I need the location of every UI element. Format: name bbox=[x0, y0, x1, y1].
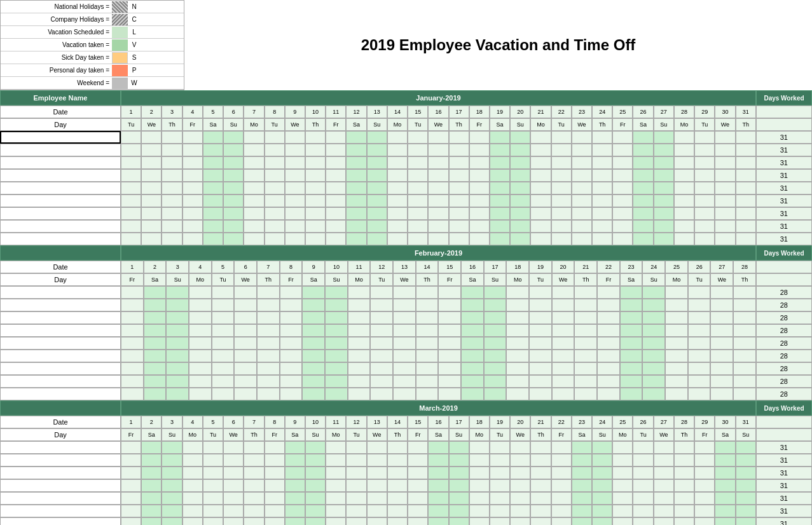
entry-1-7-1[interactable] bbox=[121, 375, 144, 388]
entry-0-2-12[interactable] bbox=[346, 156, 366, 169]
entry-0-4-10[interactable] bbox=[305, 182, 326, 194]
entry-2-3-7[interactable] bbox=[244, 479, 264, 492]
entry-2-2-3[interactable] bbox=[162, 467, 182, 479]
entry-2-0-14[interactable] bbox=[387, 441, 408, 454]
entry-2-5-18[interactable] bbox=[469, 505, 490, 517]
entry-1-1-23[interactable] bbox=[620, 299, 643, 311]
entry-1-0-6[interactable] bbox=[234, 286, 257, 299]
entry-2-6-7[interactable] bbox=[244, 517, 264, 525]
entry-0-6-18[interactable] bbox=[469, 207, 490, 220]
entry-2-5-16[interactable] bbox=[428, 505, 448, 517]
entry-2-3-10[interactable] bbox=[305, 479, 326, 492]
entry-2-0-11[interactable] bbox=[326, 441, 346, 454]
entry-0-3-3[interactable] bbox=[162, 169, 182, 182]
entry-1-5-25[interactable] bbox=[665, 350, 688, 362]
entry-0-1-4[interactable] bbox=[182, 144, 203, 156]
entry-2-4-3[interactable] bbox=[162, 492, 182, 505]
entry-2-2-21[interactable] bbox=[530, 467, 551, 479]
entry-1-1-20[interactable] bbox=[552, 299, 575, 311]
entry-0-0-24[interactable] bbox=[592, 131, 612, 144]
entry-0-1-25[interactable] bbox=[612, 144, 633, 156]
entry-1-5-9[interactable] bbox=[302, 350, 325, 362]
entry-2-3-5[interactable] bbox=[203, 479, 223, 492]
entry-1-2-9[interactable] bbox=[302, 311, 325, 324]
entry-0-3-29[interactable] bbox=[694, 169, 715, 182]
entry-0-0-5[interactable] bbox=[203, 131, 223, 144]
entry-2-5-30[interactable] bbox=[715, 505, 735, 517]
entry-2-6-10[interactable] bbox=[305, 517, 326, 525]
entry-2-2-2[interactable] bbox=[141, 467, 162, 479]
entry-1-3-6[interactable] bbox=[234, 324, 257, 337]
entry-1-7-4[interactable] bbox=[189, 375, 212, 388]
entry-2-2-13[interactable] bbox=[367, 467, 387, 479]
entry-2-6-30[interactable] bbox=[715, 517, 735, 525]
entry-0-2-22[interactable] bbox=[551, 156, 572, 169]
entry-2-3-11[interactable] bbox=[326, 479, 346, 492]
entry-0-6-24[interactable] bbox=[592, 207, 612, 220]
entry-0-7-20[interactable] bbox=[510, 220, 530, 233]
entry-2-0-6[interactable] bbox=[223, 441, 244, 454]
entry-2-4-31[interactable] bbox=[736, 492, 756, 505]
entry-0-1-21[interactable] bbox=[530, 144, 551, 156]
entry-0-7-9[interactable] bbox=[285, 220, 305, 233]
entry-2-5-13[interactable] bbox=[367, 505, 387, 517]
entry-1-6-13[interactable] bbox=[393, 362, 416, 375]
entry-1-5-21[interactable] bbox=[574, 350, 597, 362]
entry-0-3-24[interactable] bbox=[592, 169, 612, 182]
entry-0-0-2[interactable] bbox=[141, 131, 162, 144]
entry-0-7-13[interactable] bbox=[367, 220, 387, 233]
entry-0-0-6[interactable] bbox=[223, 131, 244, 144]
entry-1-2-24[interactable] bbox=[642, 311, 665, 324]
entry-2-2-19[interactable] bbox=[490, 467, 510, 479]
entry-1-2-8[interactable] bbox=[280, 311, 303, 324]
entry-2-4-9[interactable] bbox=[285, 492, 305, 505]
entry-1-0-10[interactable] bbox=[325, 286, 348, 299]
entry-0-3-7[interactable] bbox=[244, 169, 264, 182]
entry-0-8-28[interactable] bbox=[674, 233, 694, 245]
entry-1-1-24[interactable] bbox=[642, 299, 665, 311]
entry-2-5-7[interactable] bbox=[244, 505, 264, 517]
entry-1-2-21[interactable] bbox=[574, 311, 597, 324]
entry-0-6-28[interactable] bbox=[674, 207, 694, 220]
entry-1-8-27[interactable] bbox=[710, 388, 733, 400]
entry-1-0-19[interactable] bbox=[529, 286, 552, 299]
entry-0-4-3[interactable] bbox=[162, 182, 182, 194]
entry-1-1-16[interactable] bbox=[461, 299, 484, 311]
entry-2-5-26[interactable] bbox=[633, 505, 653, 517]
entry-2-2-25[interactable] bbox=[612, 467, 633, 479]
entry-1-7-9[interactable] bbox=[302, 375, 325, 388]
entry-0-6-7[interactable] bbox=[244, 207, 264, 220]
entry-2-6-28[interactable] bbox=[674, 517, 694, 525]
entry-2-1-6[interactable] bbox=[223, 454, 244, 467]
entry-1-3-15[interactable] bbox=[438, 324, 461, 337]
entry-1-7-17[interactable] bbox=[484, 375, 507, 388]
entry-0-7-19[interactable] bbox=[490, 220, 510, 233]
entry-1-8-1[interactable] bbox=[121, 388, 144, 400]
entry-0-6-25[interactable] bbox=[612, 207, 633, 220]
entry-0-7-16[interactable] bbox=[428, 220, 448, 233]
entry-0-0-21[interactable] bbox=[530, 131, 551, 144]
entry-1-1-26[interactable] bbox=[688, 299, 711, 311]
entry-0-6-16[interactable] bbox=[428, 207, 448, 220]
entry-0-4-17[interactable] bbox=[449, 182, 469, 194]
entry-0-3-9[interactable] bbox=[285, 169, 305, 182]
entry-0-5-13[interactable] bbox=[367, 194, 387, 207]
entry-1-0-28[interactable] bbox=[733, 286, 756, 299]
entry-0-7-18[interactable] bbox=[469, 220, 490, 233]
entry-1-3-5[interactable] bbox=[212, 324, 235, 337]
entry-0-5-4[interactable] bbox=[182, 194, 203, 207]
entry-1-7-22[interactable] bbox=[597, 375, 620, 388]
entry-1-6-21[interactable] bbox=[574, 362, 597, 375]
entry-1-6-22[interactable] bbox=[597, 362, 620, 375]
entry-2-1-9[interactable] bbox=[285, 454, 305, 467]
entry-2-5-8[interactable] bbox=[265, 505, 285, 517]
entry-2-6-1[interactable] bbox=[121, 517, 141, 525]
entry-0-8-11[interactable] bbox=[326, 233, 346, 245]
entry-0-0-29[interactable] bbox=[694, 131, 715, 144]
entry-1-6-3[interactable] bbox=[166, 362, 189, 375]
entry-0-2-16[interactable] bbox=[428, 156, 448, 169]
entry-1-5-10[interactable] bbox=[325, 350, 348, 362]
entry-0-3-18[interactable] bbox=[469, 169, 490, 182]
entry-2-2-17[interactable] bbox=[449, 467, 469, 479]
entry-0-1-8[interactable] bbox=[265, 144, 285, 156]
